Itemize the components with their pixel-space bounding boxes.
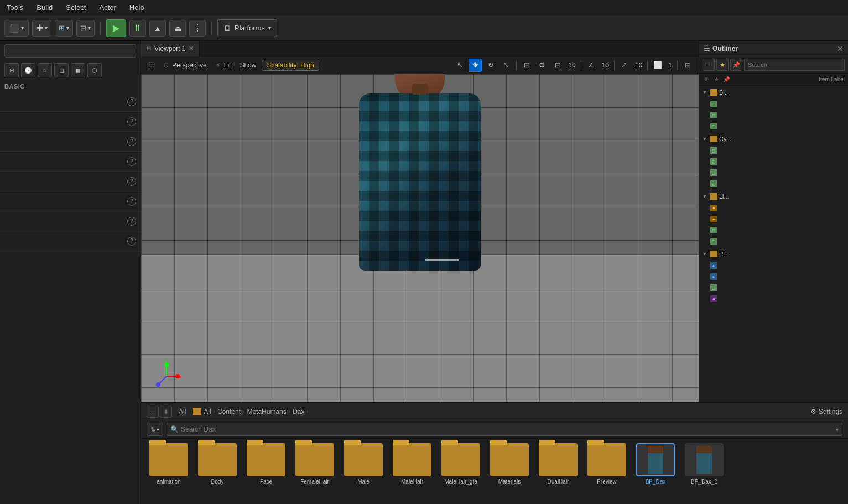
transform-icon[interactable]: ✥ xyxy=(469,59,482,72)
basic-item[interactable]: ? xyxy=(0,172,141,191)
list-item[interactable]: ◻ xyxy=(708,110,848,121)
list-item[interactable]: ● xyxy=(708,260,848,271)
expand-icon-cy[interactable]: ▼ xyxy=(701,136,708,142)
cb-item-face[interactable]: Face xyxy=(244,443,288,485)
menu-select[interactable]: Select xyxy=(64,2,88,13)
basic-item[interactable]: ? xyxy=(0,191,141,211)
help-icon-5[interactable]: ? xyxy=(127,177,136,186)
outliner-close-button[interactable]: ✕ xyxy=(837,44,844,53)
list-item[interactable]: ◻ xyxy=(708,225,848,236)
viewport-canvas[interactable]: X Y xyxy=(141,74,699,402)
cb-search-input[interactable] xyxy=(181,425,834,433)
cb-all-button[interactable]: All xyxy=(176,407,188,417)
cb-item-materials[interactable]: Materials xyxy=(487,443,532,485)
layout-button[interactable]: ⊟ ▾ xyxy=(76,20,95,37)
tab-close-icon[interactable]: ✕ xyxy=(189,45,194,52)
play-button[interactable]: ▶ xyxy=(106,19,126,37)
list-item[interactable]: ◻ xyxy=(708,236,848,247)
more-button[interactable]: ⋮ xyxy=(189,20,206,37)
outliner-filter-button[interactable]: ≡ xyxy=(703,59,715,71)
add-actor-button[interactable]: ✚ ▾ xyxy=(32,20,51,37)
search-dropdown-icon[interactable]: ▾ xyxy=(836,427,839,433)
pause-button[interactable]: ⏸ xyxy=(129,20,146,37)
help-icon-1[interactable]: ? xyxy=(127,97,136,106)
col-visibility-icon[interactable]: 👁 xyxy=(703,76,710,84)
perspective-button[interactable]: ⬡ Perspective xyxy=(160,60,210,71)
menu-build[interactable]: Build xyxy=(34,2,55,13)
select-icon[interactable]: ↖ xyxy=(453,59,466,72)
grid-overlay-icon[interactable]: ⊟ xyxy=(551,59,564,72)
cb-item-bp-dax-2[interactable]: BP_Dax_2 xyxy=(682,443,726,485)
help-icon-4[interactable]: ? xyxy=(127,157,136,166)
cb-item-animation[interactable]: animation xyxy=(147,443,191,485)
breadcrumb-metahumans[interactable]: MetaHumans xyxy=(247,408,286,415)
list-item[interactable]: ◻ xyxy=(708,156,848,167)
lit-button[interactable]: ☀ Lit xyxy=(212,60,235,71)
panel-icon-shapes2[interactable]: ◼ xyxy=(71,63,85,77)
menu-actor[interactable]: Actor xyxy=(97,2,118,13)
angle-icon[interactable]: ∠ xyxy=(585,59,598,72)
panel-icon-shapes[interactable]: ◻ xyxy=(54,63,69,77)
cb-item-malehair-gfe[interactable]: MaleHair_gfe xyxy=(439,443,483,485)
cb-item-dualhair[interactable]: DualHair xyxy=(536,443,580,485)
cb-item-femalehair[interactable]: FemaleHair xyxy=(293,443,337,485)
rotate-icon[interactable]: ↻ xyxy=(484,59,497,72)
viewport-menu-button[interactable]: ☰ xyxy=(145,60,158,71)
menu-help[interactable]: Help xyxy=(127,2,147,13)
outliner-folder-bl-row[interactable]: ▼ Bl... xyxy=(699,86,848,98)
basic-item[interactable]: ? xyxy=(0,231,141,251)
panel-icon-shapes3[interactable]: ⬡ xyxy=(87,63,102,77)
cb-item-body[interactable]: Body xyxy=(195,443,240,485)
grid-settings-icon[interactable]: ⚙ xyxy=(535,59,549,72)
help-icon-6[interactable]: ? xyxy=(127,197,136,206)
col-pin-icon[interactable]: 📌 xyxy=(722,76,730,84)
layout-grid-icon[interactable]: ⊞ xyxy=(681,59,694,72)
expand-icon-pl[interactable]: ▼ xyxy=(701,251,708,257)
viewport-tab[interactable]: ⊞ Viewport 1 ✕ xyxy=(141,41,200,56)
cb-settings-button[interactable]: ⚙ Settings xyxy=(810,408,842,415)
help-icon-3[interactable]: ? xyxy=(127,137,136,146)
grid-icon[interactable]: ⊞ xyxy=(520,59,533,72)
basic-item[interactable]: ? xyxy=(0,132,141,152)
list-item[interactable]: ◻ xyxy=(708,121,848,132)
basic-item[interactable]: ? xyxy=(0,112,141,132)
menu-tools[interactable]: Tools xyxy=(4,2,25,13)
camera-icon[interactable]: ↗ xyxy=(618,59,631,72)
list-item[interactable]: ◻ xyxy=(708,98,848,110)
list-item[interactable]: ◻ xyxy=(708,167,848,178)
stop-button[interactable]: ▲ xyxy=(149,20,166,37)
breadcrumb-dax[interactable]: Dax xyxy=(293,408,304,415)
expand-icon-li[interactable]: ▼ xyxy=(701,193,708,200)
expand-icon-bl[interactable]: ▼ xyxy=(701,89,708,96)
screen-icon[interactable]: ⬜ xyxy=(651,59,664,72)
panel-icon-all[interactable]: ⊞ xyxy=(4,63,19,77)
cb-sort-button[interactable]: ⇅ ▾ xyxy=(147,423,163,436)
breadcrumb-all[interactable]: All xyxy=(204,408,211,415)
cb-item-male[interactable]: Male xyxy=(341,443,386,485)
list-item[interactable]: ◻ xyxy=(708,145,848,156)
cb-zoom-in-button[interactable]: + xyxy=(160,406,172,418)
scale-icon[interactable]: ⤡ xyxy=(500,59,513,72)
outliner-star-button[interactable]: ★ xyxy=(716,59,729,71)
breadcrumb-content[interactable]: Content xyxy=(217,408,241,415)
left-panel-search[interactable] xyxy=(4,44,136,58)
list-item[interactable]: ✦ xyxy=(708,214,848,225)
help-icon-7[interactable]: ? xyxy=(127,217,136,226)
cb-item-bp-dax[interactable]: BP_Dax xyxy=(633,443,678,485)
cb-item-malehair[interactable]: MaleHair xyxy=(390,443,434,485)
basic-item[interactable]: ? xyxy=(0,211,141,231)
col-star-icon[interactable]: ★ xyxy=(712,76,720,84)
list-item[interactable]: ♟ xyxy=(708,293,848,304)
outliner-folder-cy-row[interactable]: ▼ Cy... xyxy=(699,133,848,145)
cb-item-preview[interactable]: Preview xyxy=(585,443,629,485)
show-button[interactable]: Show xyxy=(236,60,259,71)
outliner-pin-button[interactable]: 📌 xyxy=(730,59,742,71)
platforms-button[interactable]: 🖥 Platforms ▾ xyxy=(217,19,277,37)
basic-item[interactable]: ? xyxy=(0,152,141,172)
outliner-folder-pl-row[interactable]: ▼ Pl... xyxy=(699,248,848,260)
help-icon-8[interactable]: ? xyxy=(127,237,136,246)
eject-button[interactable]: ⏏ xyxy=(169,20,186,37)
help-icon-2[interactable]: ? xyxy=(127,117,136,126)
panel-icon-recently[interactable]: 🕒 xyxy=(21,63,35,77)
cb-zoom-out-button[interactable]: − xyxy=(147,406,159,418)
